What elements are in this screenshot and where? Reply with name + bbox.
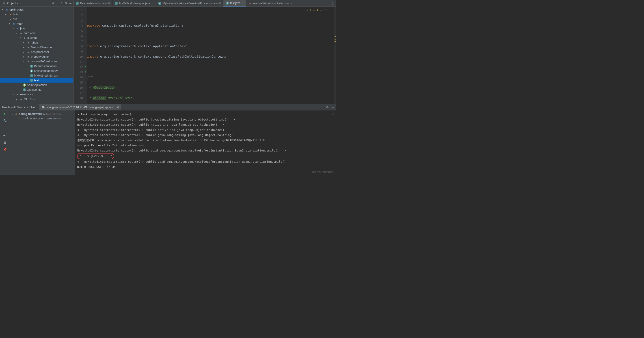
tree-row-propertyeditor[interactable]: ▸■propertyeditor [0, 54, 73, 59]
console-output[interactable]: ↩ ⤓ > Task :spring-aqin:test.main()MyMet… [75, 110, 336, 175]
tree-arrow[interactable]: ▸ [16, 98, 18, 100]
tree-row-custom[interactable]: ▾■custom [0, 36, 73, 40]
tree-row-beaninstantiation[interactable]: CBeanInstantiation [0, 64, 73, 68]
tree-arrow[interactable]: ▸ [6, 13, 8, 16]
run-tree-child[interactable]: ⚠ 1 build scan custom value was no [11, 116, 74, 121]
tree-arrow[interactable]: ▸ [23, 46, 26, 49]
close-icon[interactable]: ✕ [108, 2, 110, 5]
line-number[interactable]: 3 [74, 18, 87, 23]
tree-row-meta-inf[interactable]: ▸■META-INF [0, 97, 73, 101]
tree-row-aqinapplication[interactable]: CAqinApplication [0, 83, 73, 87]
tree-row-src[interactable]: ▾■src [0, 17, 73, 21]
filter-icon[interactable]: ☰ [4, 141, 6, 144]
line-number[interactable]: 7 [74, 39, 87, 44]
soft-wrap-icon[interactable]: ↩ [332, 111, 334, 116]
tree-arrow[interactable]: ▾ [6, 18, 8, 20]
close-icon[interactable]: ✕ [117, 106, 119, 109]
line-number[interactable]: 9 [74, 49, 87, 54]
tree-label: MyInstantiationAw [34, 69, 58, 73]
code-area[interactable]: ⚠1 ⚠4 ︿ ﹀ package com.aqin.custom.resolv… [87, 7, 336, 104]
gear-icon[interactable]: ⚙ [64, 2, 67, 5]
tree-row-main[interactable]: ▾■main [0, 21, 73, 26]
line-number[interactable]: 11 [74, 59, 87, 64]
run-tab[interactable]: 🐘 spring-framework-5.2.21.RELEASE:spring… [40, 104, 121, 110]
pin-icon[interactable]: 📌 [3, 148, 7, 151]
tabs-menu-icon[interactable]: ⋮ [331, 1, 334, 5]
tree-arrow[interactable]: ▾ [12, 93, 15, 96]
minimize-icon[interactable]: ─ [332, 105, 334, 109]
folder-icon: ■ [26, 60, 30, 63]
tree-row-myinstantiationaw[interactable]: CMyInstantiationAw [0, 68, 73, 73]
scroll-end-icon[interactable]: ⤓ [332, 118, 334, 123]
rerun-icon[interactable]: ▶ [4, 112, 6, 115]
gear-icon[interactable]: ⚙ [326, 105, 329, 109]
line-number[interactable]: 16 [74, 85, 87, 90]
close-icon[interactable]: ✕ [219, 2, 221, 5]
editor-tab-beaninstantiation-java[interactable]: CBeanInstantiation.java✕ [74, 0, 112, 7]
editor-tab-test-java[interactable]: Ctest.java✕ [224, 0, 246, 7]
run-gutter-icon[interactable]: ▶ [85, 65, 86, 68]
tree-row-resolvebeforeinstanti[interactable]: ▾■resolveBeforeInstanti [0, 59, 73, 64]
project-title-group[interactable]: ▤ Project ▾ [2, 2, 51, 5]
line-number[interactable]: 4 [74, 23, 87, 28]
tree-arrow[interactable]: ▸ [23, 51, 26, 53]
tree-row-java[interactable]: ▾■java [0, 26, 73, 31]
tree-row-spring-aqin[interactable]: ▾▣spring-aqin [0, 7, 73, 12]
tree-arrow[interactable]: ▾ [12, 27, 15, 30]
tree-label: MethodOverride [31, 46, 52, 49]
chevron-down-icon[interactable]: ▾ [12, 113, 14, 115]
tree-row-build[interactable]: ▸■build [0, 12, 73, 17]
close-icon[interactable]: ✕ [152, 2, 154, 5]
tree-row-com-aqin[interactable]: ▾■com.aqin [0, 31, 73, 36]
project-tree[interactable]: ▾▣spring-aqin▸■build▾■src▾■main▾■java▾■c… [0, 7, 73, 104]
collapse-icon[interactable]: ÷ [61, 2, 62, 5]
tree-arrow[interactable]: ▸ [23, 41, 26, 44]
tree-row-postprocessor[interactable]: ▸■postprocessor [0, 50, 73, 54]
run-gutter-icon[interactable]: ▶ [85, 70, 86, 73]
editor[interactable]: 1234567891011▶12▶131415161718 ⚠1 ⚠4 ︿ ﹀ … [74, 7, 336, 104]
tree-arrow[interactable]: ▾ [16, 32, 18, 34]
line-number[interactable]: 8 [74, 44, 87, 49]
line-number[interactable]: 1 [74, 8, 87, 13]
error-stripe[interactable] [334, 7, 336, 104]
close-icon[interactable]: ✕ [291, 2, 293, 5]
run-tree[interactable]: ▾ ⚠ spring-framework-5. 3 sec, 881 ms ⚠ … [10, 110, 75, 175]
eye-icon[interactable]: 👁 [3, 134, 6, 137]
line-number[interactable]: 18 [74, 95, 87, 101]
tree-arrow[interactable]: ▾ [2, 8, 4, 11]
line-number[interactable]: 14 [74, 75, 87, 80]
line-number[interactable]: 2 [74, 13, 87, 18]
line-number[interactable]: 10 [74, 54, 87, 59]
tree-row-labels[interactable]: ▸■labels [0, 40, 73, 45]
tree-label: custom [27, 36, 37, 40]
tree-label: propertyeditor [31, 55, 49, 58]
tree-label: META-INF [24, 97, 37, 101]
target-icon[interactable]: ⊕ [52, 2, 54, 5]
minimize-icon[interactable]: ─ [70, 2, 72, 5]
tree-arrow[interactable]: ▾ [9, 23, 11, 25]
tree-row-mymethodintercep[interactable]: CMyMethodIntercep [0, 73, 73, 78]
line-number[interactable]: 15 [74, 80, 87, 85]
run-tree-root[interactable]: ▾ ⚠ spring-framework-5. 3 sec, 881 ms [11, 112, 74, 116]
editor-tab-myinstantiationawarebeanpostprocessor-java[interactable]: CMyInstantiationAwareBeanPostProcessor.j… [156, 0, 224, 7]
tree-label: com.aqin [24, 31, 36, 35]
tree-row-methodoverride[interactable]: ▸■MethodOverride [0, 45, 73, 50]
line-number[interactable]: 5 [74, 28, 87, 34]
editor-tabs: CBeanInstantiation.java✕CMyMethodInterce… [74, 0, 336, 7]
problems-badge[interactable]: ⚠1 ⚠4 ︿ ﹀ [306, 8, 327, 13]
expand-icon[interactable]: ≡ [57, 2, 58, 5]
line-number[interactable]: 17 [74, 90, 87, 95]
tree-arrow[interactable]: ▾ [20, 37, 22, 39]
chevron-up-icon[interactable]: ︿ [320, 8, 323, 13]
tree-row-javaconfig[interactable]: CJavaConfig [0, 87, 73, 92]
chevron-down-icon[interactable]: ﹀ [324, 8, 327, 13]
close-icon[interactable]: ✕ [242, 2, 244, 5]
tree-arrow[interactable]: ▾ [23, 60, 26, 63]
editor-tab-resolvebeforeinstantiation-xml[interactable]: ◈resolveBeforeInstantiation.xml✕ [246, 0, 295, 7]
tree-row-test[interactable]: Ctest [0, 78, 73, 83]
line-number[interactable]: 6 [74, 34, 87, 39]
tree-row-resources[interactable]: ▾■resources [0, 92, 73, 97]
tree-arrow[interactable]: ▸ [23, 55, 26, 58]
editor-tab-mymethodinterceptor-java[interactable]: CMyMethodInterceptor.java✕ [112, 0, 156, 7]
wrench-icon[interactable]: 🔧 [3, 119, 7, 122]
